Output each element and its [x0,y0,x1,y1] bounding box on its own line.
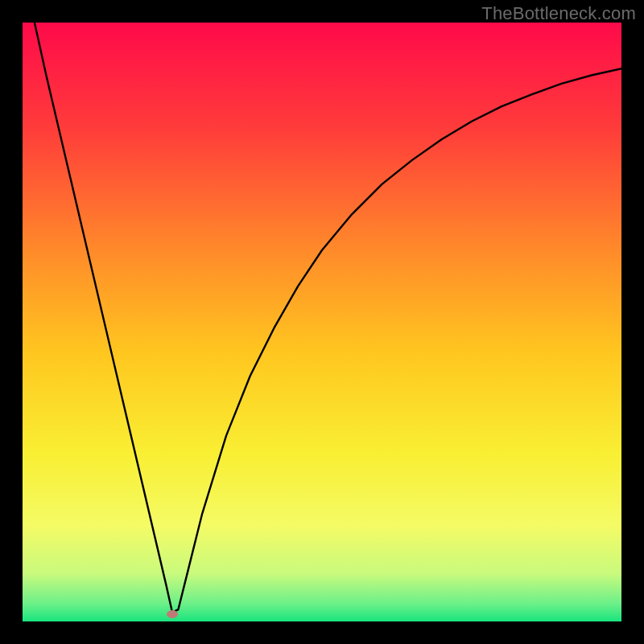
optimum-marker [167,610,178,618]
gradient-background [23,23,621,621]
plot-area [23,23,621,621]
watermark-text: TheBottleneck.com [481,3,636,24]
